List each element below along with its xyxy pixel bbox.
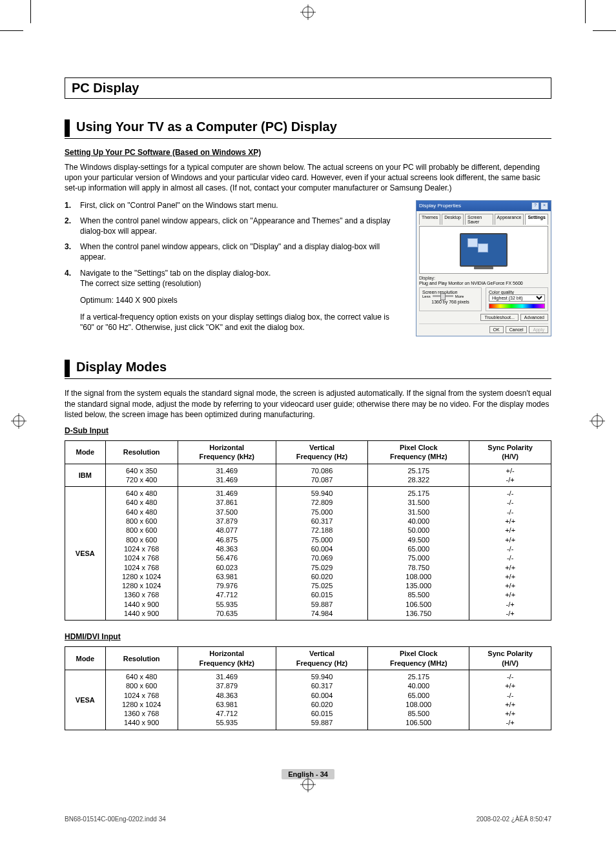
display-label: Display: bbox=[419, 276, 548, 280]
step-text: When the control panel window appears, c… bbox=[80, 241, 406, 262]
page-title: PC Display bbox=[72, 81, 139, 95]
table-header: Sync Polarity(H/V) bbox=[469, 441, 551, 464]
registration-icon bbox=[591, 415, 603, 427]
trim-mark bbox=[593, 30, 616, 31]
registration-icon bbox=[13, 415, 25, 427]
step-number: 1. bbox=[65, 200, 75, 211]
dialog-title: Display Properties bbox=[419, 203, 461, 209]
cancel-button[interactable]: Cancel bbox=[506, 326, 528, 333]
monitor-preview bbox=[419, 226, 548, 274]
vfreq-cell: 70.08670.087 bbox=[276, 464, 367, 487]
subheading-hdmi: HDMI/DVI Input bbox=[65, 632, 551, 641]
table-header: Pixel ClockFrequency (MHz) bbox=[368, 441, 469, 464]
hfreq-cell: 31.46937.86137.50037.87948.07746.87548.3… bbox=[178, 487, 276, 621]
step-number: 2. bbox=[65, 216, 75, 236]
vfreq-cell: 59.94072.80975.00060.31772.18875.00060.0… bbox=[276, 487, 367, 621]
table-header: HorizontalFrequency (kHz) bbox=[178, 441, 276, 464]
dialog-tabs: ThemesDesktopScreen SaverAppearanceSetti… bbox=[419, 214, 548, 225]
table-header: VerticalFrequency (Hz) bbox=[276, 647, 367, 670]
dialog-tab[interactable]: Screen Saver bbox=[465, 214, 493, 225]
vfreq-note: If a vertical-frequency option exists on… bbox=[80, 312, 406, 333]
subheading-dsub: D-Sub Input bbox=[65, 426, 551, 435]
step-number: 4. bbox=[65, 268, 75, 289]
color-quality-group: Color quality Highest (32 bit) bbox=[486, 287, 548, 311]
sync-cell: -/--/--/-+/++/++/+-/--/-+/++/++/++/+-/+-… bbox=[469, 487, 551, 621]
intro-paragraph: The Windows display-settings for a typic… bbox=[65, 162, 551, 194]
dialog-tab[interactable]: Themes bbox=[419, 214, 440, 225]
section-title: Display Modes bbox=[76, 358, 167, 378]
content-row: 1.First, click on "Control Panel" on the… bbox=[65, 200, 551, 340]
table-header: Pixel ClockFrequency (MHz) bbox=[368, 647, 469, 670]
dialog-tab[interactable]: Settings bbox=[525, 214, 548, 225]
step-text: First, click on "Control Panel" on the W… bbox=[80, 200, 278, 211]
mode-cell: VESA bbox=[65, 670, 106, 730]
color-quality-select[interactable]: Highest (32 bit) bbox=[489, 294, 545, 302]
slider-more-label: More bbox=[455, 294, 464, 298]
print-metadata: BN68-01514C-00Eng-0202.indd 34 2008-02-0… bbox=[65, 816, 551, 823]
resolution-group-label: Screen resolution bbox=[422, 290, 478, 294]
print-file: BN68-01514C-00Eng-0202.indd 34 bbox=[65, 816, 166, 823]
optimum-note: Optimum: 1440 X 900 pixels bbox=[80, 295, 406, 305]
trim-mark bbox=[585, 0, 586, 23]
table-header: Mode bbox=[65, 647, 106, 670]
dsub-table: ModeResolutionHorizontalFrequency (kHz)V… bbox=[65, 440, 551, 621]
hdmi-table: ModeResolutionHorizontalFrequency (kHz)V… bbox=[65, 646, 551, 730]
screenshot-column: Display Properties ? × ThemesDesktopScre… bbox=[416, 200, 551, 336]
resolution-cell: 640 x 350720 x 400 bbox=[105, 464, 178, 487]
dialog-titlebar: Display Properties ? × bbox=[416, 201, 551, 211]
display-properties-dialog: Display Properties ? × ThemesDesktopScre… bbox=[416, 200, 551, 336]
mode-cell: IBM bbox=[65, 464, 106, 487]
registration-icon bbox=[302, 779, 314, 790]
table-row: VESA640 x 480640 x 480640 x 480800 x 600… bbox=[65, 487, 551, 621]
display-modes-paragraph: If the signal from the system equals the… bbox=[65, 388, 551, 420]
sync-cell: +/--/+ bbox=[469, 464, 551, 487]
sync-cell: -/-+/+-/-+/++/+-/+ bbox=[469, 670, 551, 730]
step-item: 2.When the control panel window appears,… bbox=[65, 216, 406, 236]
help-icon[interactable]: ? bbox=[531, 202, 539, 210]
advanced-button[interactable]: Advanced bbox=[520, 314, 548, 321]
ok-button[interactable]: OK bbox=[489, 326, 504, 333]
section-heading: Display Modes bbox=[65, 358, 551, 379]
print-timestamp: 2008-02-02 ¿ÀÈÄ 8:50:47 bbox=[477, 816, 551, 823]
close-icon[interactable]: × bbox=[540, 202, 548, 210]
resolution-value: 1360 by 768 pixels bbox=[422, 300, 478, 304]
color-quality-label: Color quality bbox=[489, 290, 545, 294]
table-header: HorizontalFrequency (kHz) bbox=[178, 647, 276, 670]
display-value: Plug and Play Monitor on NVIDIA GeForce … bbox=[419, 281, 548, 285]
step-item: 4.Navigate to the "Settings" tab on the … bbox=[65, 268, 406, 289]
step-text: Navigate to the "Settings" tab on the di… bbox=[80, 268, 271, 289]
pclk-cell: 25.17528.322 bbox=[368, 464, 469, 487]
table-header: Sync Polarity(H/V) bbox=[469, 647, 551, 670]
color-bar-icon bbox=[489, 303, 545, 309]
vfreq-cell: 59.94060.31760.00460.02060.01559.887 bbox=[276, 670, 367, 730]
resolution-group: Screen resolution Less More 1360 by 768 … bbox=[419, 287, 482, 311]
apply-button[interactable]: Apply bbox=[529, 326, 548, 333]
pclk-cell: 25.17531.50031.50040.00050.00049.50065.0… bbox=[368, 487, 469, 621]
table-row: VESA640 x 480800 x 6001024 x 7681280 x 1… bbox=[65, 670, 551, 730]
resolution-cell: 640 x 480800 x 6001024 x 7681280 x 10241… bbox=[105, 670, 178, 730]
troubleshoot-button[interactable]: Troubleshoot... bbox=[480, 314, 518, 321]
resolution-slider[interactable] bbox=[433, 295, 453, 297]
heading-bar-icon bbox=[65, 360, 70, 377]
pclk-cell: 25.17540.00065.000108.00085.500106.500 bbox=[368, 670, 469, 730]
trim-mark bbox=[0, 30, 23, 31]
steps-column: 1.First, click on "Control Panel" on the… bbox=[65, 200, 406, 340]
resolution-cell: 640 x 480640 x 480640 x 480800 x 600800 … bbox=[105, 487, 178, 621]
table-header: Resolution bbox=[105, 647, 178, 670]
page: PC Display Using Your TV as a Computer (… bbox=[0, 0, 616, 842]
step-item: 1.First, click on "Control Panel" on the… bbox=[65, 200, 406, 211]
slider-less-label: Less bbox=[422, 294, 431, 298]
registration-icon bbox=[302, 6, 314, 18]
steps-list: 1.First, click on "Control Panel" on the… bbox=[65, 200, 406, 289]
dialog-tab[interactable]: Desktop bbox=[442, 214, 464, 225]
step-number: 3. bbox=[65, 241, 75, 262]
table-row: IBM640 x 350720 x 40031.46931.46970.0867… bbox=[65, 464, 551, 487]
section-heading: Using Your TV as a Computer (PC) Display bbox=[65, 118, 551, 139]
trim-mark bbox=[30, 0, 31, 23]
subheading: Setting Up Your PC Software (Based on Wi… bbox=[65, 148, 551, 157]
heading-bar-icon bbox=[65, 119, 70, 137]
dialog-tab[interactable]: Appearance bbox=[495, 214, 524, 225]
mode-cell: VESA bbox=[65, 487, 106, 621]
section-title: Using Your TV as a Computer (PC) Display bbox=[76, 118, 337, 138]
hfreq-cell: 31.46931.469 bbox=[178, 464, 276, 487]
